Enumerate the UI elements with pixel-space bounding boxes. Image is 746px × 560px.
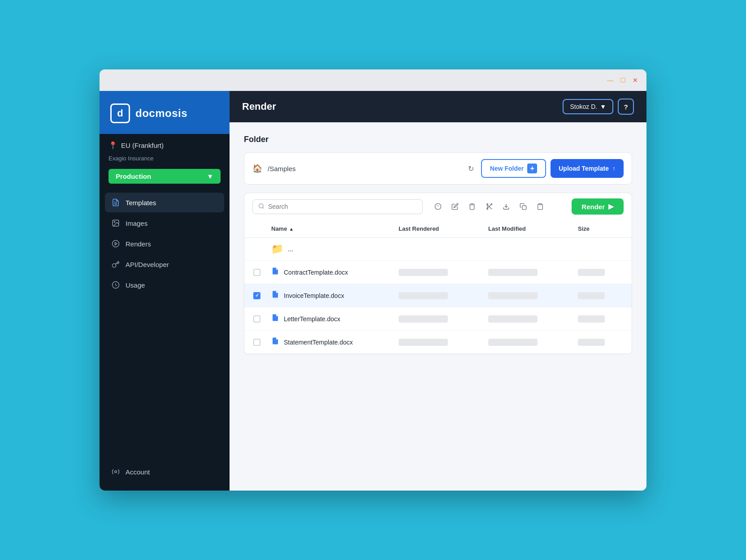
section-title: Folder [244, 135, 632, 144]
row-checkbox-invoice[interactable] [253, 292, 271, 299]
env-label: Production [116, 172, 151, 180]
cut-button[interactable] [482, 199, 496, 214]
checkbox-invoice[interactable] [253, 292, 260, 299]
sidebar-item-usage[interactable]: Usage [105, 275, 224, 295]
row-checkbox-letter[interactable] [253, 315, 271, 323]
env-arrow-icon: ▼ [207, 172, 213, 180]
size-contract [578, 269, 623, 276]
info-button[interactable] [431, 199, 445, 214]
download-button[interactable] [499, 199, 513, 214]
header-last-rendered: Last Rendered [399, 225, 488, 232]
topbar-actions: Stokoz D. ▼ ? [563, 99, 634, 115]
last-modified-invoice [488, 292, 578, 299]
last-rendered-invoice [399, 292, 488, 299]
skeleton [578, 339, 605, 346]
svg-point-7 [115, 471, 117, 473]
content-area: Folder 🏠 /Samples ↻ New Folder + Upload … [230, 122, 646, 491]
svg-point-4 [113, 241, 119, 247]
table-row[interactable]: InvoiceTemplate.docx [244, 284, 632, 307]
upload-label: Upload Template [559, 165, 609, 172]
toolbar-icons [431, 199, 547, 214]
location-icon: 📍 [108, 141, 117, 150]
logo-icon: d [110, 103, 130, 123]
search-box[interactable] [252, 199, 423, 214]
folder-up-icon: 📁 [271, 243, 283, 255]
table-row[interactable]: LetterTemplate.docx [244, 307, 632, 331]
size-invoice [578, 292, 623, 299]
sidebar-item-label-renders: Renders [126, 240, 151, 248]
new-folder-button[interactable]: New Folder + [481, 159, 546, 178]
render-button[interactable]: Render ▶ [572, 198, 624, 215]
sidebar-item-account[interactable]: Account [105, 462, 224, 482]
org-label: Exagio Insurance [100, 153, 230, 167]
docx-icon-letter [271, 314, 279, 324]
skeleton [488, 269, 538, 276]
size-statement [578, 339, 623, 346]
logo: d docmosis [100, 91, 230, 134]
sidebar-item-images[interactable]: Images [105, 213, 224, 233]
copy-button[interactable] [516, 199, 530, 214]
checkbox-contract[interactable] [253, 269, 260, 276]
user-label: Stokoz D. [570, 103, 597, 110]
sidebar-item-templates[interactable]: Templates [105, 193, 224, 212]
docx-icon-statement [271, 337, 279, 347]
upload-icon: ↑ [612, 165, 616, 172]
sidebar-item-label-api: API/Developer [126, 261, 169, 268]
user-arrow-icon: ▼ [600, 103, 606, 110]
sort-icon: ▲ [289, 226, 294, 232]
render-play-icon: ▶ [608, 202, 614, 211]
sidebar-item-api[interactable]: API/Developer [105, 254, 224, 274]
row-checkbox-contract[interactable] [253, 269, 271, 276]
upload-template-button[interactable]: Upload Template ↑ [551, 159, 624, 178]
sidebar: d docmosis 📍 EU (Frankfurt) Exagio Insur… [100, 91, 230, 491]
templates-icon [111, 198, 120, 207]
folder-up-name: 📁 ... [271, 243, 399, 255]
render-label: Render [581, 203, 605, 211]
svg-point-13 [487, 208, 488, 210]
minimize-button[interactable]: — [606, 76, 614, 84]
file-name-label-contract: ContractTemplate.docx [284, 269, 348, 276]
skeleton [578, 292, 605, 299]
toolbar: Render ▶ [244, 193, 632, 220]
account-icon [111, 467, 120, 476]
page-title: Render [242, 101, 276, 112]
file-table: Name ▲ Last Rendered Last Modified Size … [244, 220, 632, 354]
sidebar-bottom: Account [100, 462, 230, 482]
paste-button[interactable] [533, 199, 547, 214]
sidebar-item-label-usage: Usage [126, 281, 145, 289]
region-selector[interactable]: 📍 EU (Frankfurt) [100, 134, 230, 153]
docx-icon-invoice [271, 290, 279, 301]
checkbox-letter[interactable] [253, 315, 260, 323]
sidebar-nav: Templates Images Renders [100, 193, 230, 462]
user-menu[interactable]: Stokoz D. ▼ [563, 99, 613, 114]
file-name-letter: LetterTemplate.docx [271, 314, 399, 324]
titlebar: — ☐ ✕ [100, 69, 646, 91]
skeleton [488, 292, 538, 299]
env-selector[interactable]: Production ▼ [108, 169, 221, 184]
table-row[interactable]: 📁 ... [244, 238, 632, 261]
region-label: EU (Frankfurt) [121, 142, 164, 149]
close-button[interactable]: ✕ [631, 76, 639, 84]
skeleton [399, 269, 448, 276]
skeleton [578, 315, 605, 323]
header-last-modified: Last Modified [488, 225, 578, 232]
plus-icon: + [527, 164, 537, 173]
skeleton [399, 315, 448, 323]
maximize-button[interactable]: ☐ [619, 76, 627, 84]
renders-icon [111, 239, 120, 248]
docx-icon-contract [271, 267, 279, 277]
header-name[interactable]: Name ▲ [271, 225, 399, 232]
checkbox-statement[interactable] [253, 339, 260, 346]
table-row[interactable]: StatementTemplate.docx [244, 331, 632, 354]
table-row[interactable]: ContractTemplate.docx [244, 261, 632, 284]
file-name-label-statement: StatementTemplate.docx [284, 339, 353, 346]
delete-button[interactable] [465, 199, 479, 214]
edit-button[interactable] [448, 199, 462, 214]
table-header: Name ▲ Last Rendered Last Modified Size [244, 220, 632, 238]
sidebar-item-renders[interactable]: Renders [105, 234, 224, 254]
search-input[interactable] [268, 203, 417, 210]
row-checkbox-statement[interactable] [253, 339, 271, 346]
help-button[interactable]: ? [618, 99, 634, 115]
svg-rect-20 [522, 206, 526, 210]
refresh-button[interactable]: ↻ [466, 163, 476, 175]
